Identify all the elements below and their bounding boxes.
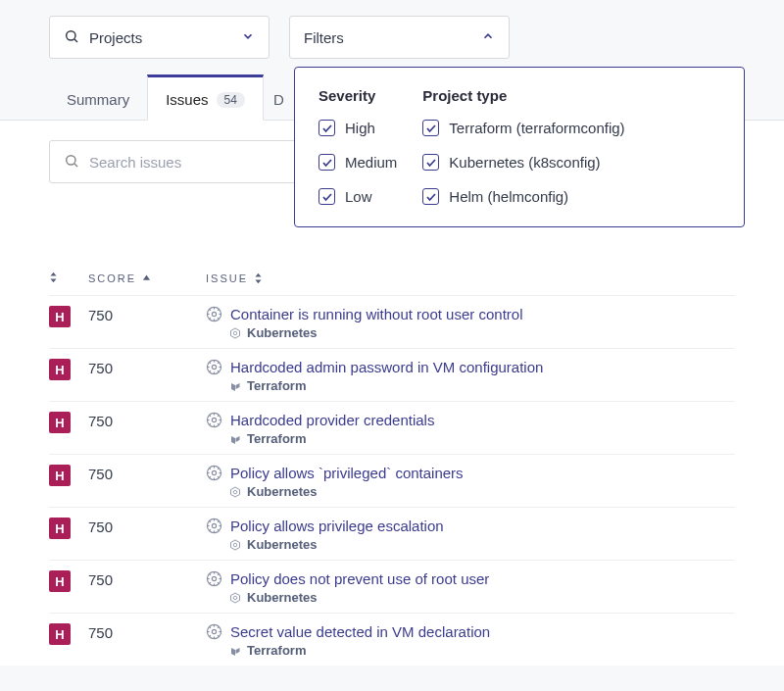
issue-title-link[interactable]: Hardcoded provider credentials xyxy=(230,412,434,428)
projects-dropdown[interactable]: Projects xyxy=(49,16,270,59)
sort-asc-icon xyxy=(142,272,151,284)
project-type-column: Project type Terraform (terraformconfig)… xyxy=(422,87,624,205)
sort-icon xyxy=(254,272,263,284)
svg-marker-5 xyxy=(51,279,57,283)
score-cell: 750 xyxy=(88,465,196,482)
issue-title-link[interactable]: Container is running without root user c… xyxy=(230,306,523,322)
kubernetes-icon xyxy=(229,592,241,604)
issue-title-link[interactable]: Policy allows privilege escalation xyxy=(230,518,444,534)
table-row: H 750 Container is running without root … xyxy=(49,295,735,348)
tab-label: Summary xyxy=(67,91,129,108)
table-row: H 750 Policy does not prevent use of roo… xyxy=(49,560,735,613)
severity-badge: H xyxy=(49,570,71,592)
severity-badge: H xyxy=(49,306,71,327)
svg-line-1 xyxy=(74,39,77,42)
svg-marker-7 xyxy=(256,273,262,277)
terraform-icon xyxy=(229,380,241,392)
filter-severity-low[interactable]: Low xyxy=(318,188,397,205)
svg-marker-4 xyxy=(51,272,57,276)
table-row: H 750 Policy allows `privileged` contain… xyxy=(49,454,735,507)
gear-icon xyxy=(206,412,222,428)
header-label: ISSUE xyxy=(206,272,248,284)
filters-label: Filters xyxy=(304,29,344,46)
tab-truncated[interactable]: D xyxy=(264,77,286,120)
filter-severity-medium[interactable]: Medium xyxy=(318,154,397,171)
gear-icon xyxy=(206,465,222,481)
score-cell: 750 xyxy=(88,306,196,323)
severity-badge: H xyxy=(49,518,71,539)
chevron-down-icon xyxy=(241,29,255,46)
search-icon xyxy=(64,28,79,47)
score-cell: 750 xyxy=(88,518,196,535)
severity-badge: H xyxy=(49,623,71,645)
filter-label: Helm (helmconfig) xyxy=(449,188,568,205)
terraform-icon xyxy=(229,645,241,657)
issues-table: SCORE ISSUE H 750 Container is running w… xyxy=(49,262,735,666)
gear-icon xyxy=(206,359,222,375)
kubernetes-icon xyxy=(229,539,241,551)
filter-label: Low xyxy=(345,188,372,205)
filter-type-kubernetes[interactable]: Kubernetes (k8sconfig) xyxy=(422,154,624,171)
severity-column: Severity High Medium Low xyxy=(318,87,397,205)
issues-count-badge: 54 xyxy=(217,92,245,108)
filter-label: Kubernetes (k8sconfig) xyxy=(449,154,600,171)
issue-title-link[interactable]: Secret value detected in VM declaration xyxy=(230,623,490,640)
checkbox-checked-icon xyxy=(318,154,335,171)
checkbox-checked-icon xyxy=(422,154,439,171)
kubernetes-icon xyxy=(229,327,241,339)
issue-type: Kubernetes xyxy=(206,537,735,552)
issue-type: Kubernetes xyxy=(206,590,735,605)
table-row: H 750 Secret value detected in VM declar… xyxy=(49,613,735,666)
gear-icon xyxy=(206,306,222,322)
header-score[interactable]: SCORE xyxy=(88,272,196,284)
chevron-up-icon xyxy=(481,29,495,46)
score-cell: 750 xyxy=(88,570,196,588)
issue-title-link[interactable]: Policy does not prevent use of root user xyxy=(230,570,489,587)
filter-severity-high[interactable]: High xyxy=(318,120,397,136)
severity-badge: H xyxy=(49,465,71,486)
svg-marker-6 xyxy=(143,274,150,279)
header-label: SCORE xyxy=(88,272,136,284)
header-issue[interactable]: ISSUE xyxy=(196,272,735,284)
issue-title-link[interactable]: Policy allows `privileged` containers xyxy=(230,465,464,481)
tab-label: D xyxy=(273,91,284,108)
svg-point-2 xyxy=(67,155,75,164)
filter-type-terraform[interactable]: Terraform (terraformconfig) xyxy=(422,120,624,136)
filter-label: Medium xyxy=(345,154,397,171)
terraform-icon xyxy=(229,433,241,445)
table-row: H 750 Policy allows privilege escalation… xyxy=(49,507,735,560)
header-severity[interactable] xyxy=(49,271,88,285)
checkbox-checked-icon xyxy=(318,120,335,136)
sort-icon xyxy=(49,271,58,283)
filters-panel: Severity High Medium Low Project type Te… xyxy=(294,67,745,227)
severity-header: Severity xyxy=(318,87,397,104)
gear-icon xyxy=(206,570,222,587)
score-cell: 750 xyxy=(88,359,196,376)
issue-type: Kubernetes xyxy=(206,484,735,499)
severity-badge: H xyxy=(49,412,71,433)
project-type-header: Project type xyxy=(422,87,624,104)
checkbox-checked-icon xyxy=(318,188,335,205)
filter-label: High xyxy=(345,120,375,136)
kubernetes-icon xyxy=(229,486,241,498)
score-cell: 750 xyxy=(88,412,196,429)
score-cell: 750 xyxy=(88,623,196,641)
severity-badge: H xyxy=(49,359,71,380)
projects-label: Projects xyxy=(89,29,142,46)
filter-type-helm[interactable]: Helm (helmconfig) xyxy=(422,188,624,205)
checkbox-checked-icon xyxy=(422,120,439,136)
gear-icon xyxy=(206,623,222,640)
checkbox-checked-icon xyxy=(422,188,439,205)
gear-icon xyxy=(206,518,222,534)
table-row: H 750 Hardcoded provider credentials Ter… xyxy=(49,401,735,454)
table-header: SCORE ISSUE xyxy=(49,262,735,295)
tab-label: Issues xyxy=(166,91,208,108)
tab-issues[interactable]: Issues 54 xyxy=(147,74,264,121)
tab-summary[interactable]: Summary xyxy=(49,77,147,120)
filters-dropdown[interactable]: Filters xyxy=(289,16,510,59)
issue-type: Terraform xyxy=(206,643,735,658)
issue-type: Kubernetes xyxy=(206,325,735,340)
issue-title-link[interactable]: Hardcoded admin password in VM configura… xyxy=(230,359,543,375)
svg-point-0 xyxy=(67,30,75,39)
search-icon xyxy=(64,153,79,172)
